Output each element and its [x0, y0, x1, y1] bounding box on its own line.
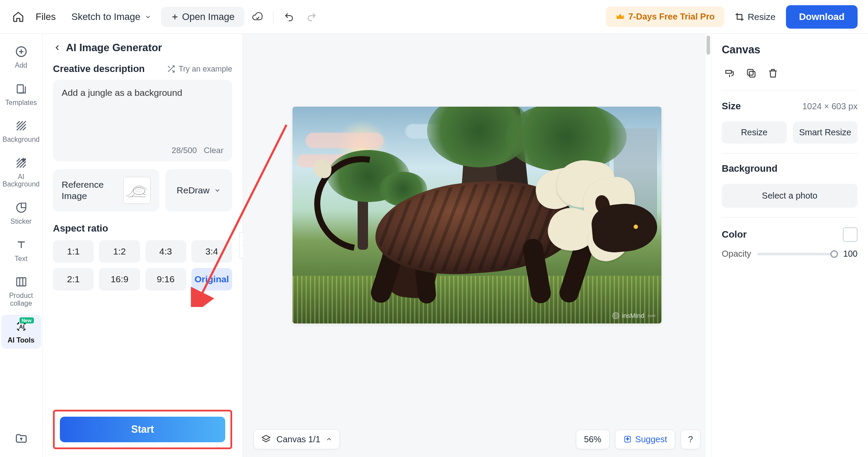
rail-add-label: Add [15, 62, 27, 69]
svg-rect-8 [750, 72, 755, 77]
reference-image-label: Reference Image [62, 179, 117, 202]
mode-label: Sketch to Image [71, 11, 140, 23]
copy-tool-button[interactable] [743, 65, 759, 81]
sticker-icon [15, 202, 27, 214]
generated-image[interactable]: insMind .com [293, 107, 661, 323]
rail-upload[interactable] [1, 427, 41, 457]
trash-icon [767, 68, 779, 79]
size-value: 1024 × 603 px [802, 101, 858, 111]
smart-resize-button[interactable]: Smart Resize [793, 121, 858, 144]
chevron-up-icon [326, 436, 332, 443]
trial-label: 7-Days Free Trial Pro [628, 12, 715, 22]
panel-title: AI Image Generator [66, 42, 162, 54]
aspect-4-3[interactable]: 4:3 [145, 240, 186, 263]
try-example-button[interactable]: Try an example [167, 65, 232, 74]
redraw-label: ReDraw [177, 185, 210, 196]
creature-illustration [323, 147, 635, 304]
rail-background-label: Background [3, 136, 39, 144]
sidebar-rail: Add Templates Background AI Background S… [0, 34, 43, 457]
opacity-slider[interactable] [757, 253, 834, 255]
rail-collage-label: Product collage [1, 292, 41, 307]
rail-templates-label: Templates [5, 99, 37, 107]
resize-label-top: Resize [748, 12, 776, 22]
rail-text[interactable]: Text [1, 233, 41, 267]
color-heading: Color [722, 229, 746, 240]
redraw-dropdown[interactable]: ReDraw [165, 169, 232, 212]
text-icon [15, 239, 27, 251]
char-count: 28/500 [171, 146, 197, 155]
aspect-1-1[interactable]: 1:1 [53, 240, 94, 263]
rail-ai-bg-label: AI Background [1, 173, 41, 188]
rail-background[interactable]: Background [1, 114, 41, 148]
opacity-label: Opacity [722, 249, 751, 259]
canvas-area[interactable]: insMind .com Canvas 1/1 56% [243, 34, 711, 457]
rail-ai-background[interactable]: AI Background [1, 151, 41, 193]
aspect-9-16[interactable]: 9:16 [145, 268, 186, 291]
aspect-2-1[interactable]: 2:1 [53, 268, 94, 291]
panel-back-button[interactable] [53, 43, 62, 52]
style-tool-button[interactable] [722, 65, 737, 81]
cloud-sync-button[interactable] [248, 7, 267, 26]
canvas-layers-chip[interactable]: Canvas 1/1 [253, 429, 340, 449]
hatch-icon [15, 120, 27, 132]
rail-collage[interactable]: Product collage [1, 270, 41, 311]
rail-ai-tools[interactable]: AI New AI Tools [1, 315, 41, 349]
copy-icon [746, 68, 757, 79]
rail-templates[interactable]: Templates [1, 77, 41, 111]
rail-add[interactable]: Add [1, 40, 41, 74]
svg-rect-2 [16, 278, 26, 286]
aspect-3-4[interactable]: 3:4 [191, 240, 232, 263]
select-photo-button[interactable]: Select a photo [722, 184, 858, 208]
background-heading: Background [722, 163, 858, 174]
crown-icon [615, 12, 625, 22]
aspect-16-9[interactable]: 16:9 [99, 268, 140, 291]
try-example-label: Try an example [179, 65, 232, 74]
delete-tool-button[interactable] [765, 65, 781, 81]
layers-icon [261, 434, 271, 444]
watermark-logo-icon [612, 312, 619, 319]
prompt-box: 28/500 Clear [53, 80, 232, 161]
canvas-layers-label: Canvas 1/1 [276, 434, 320, 444]
open-image-button[interactable]: Open Image [161, 7, 244, 27]
suggest-label: Suggest [635, 434, 667, 444]
chevron-down-icon [145, 13, 151, 20]
reference-thumbnail [123, 177, 151, 204]
files-menu[interactable]: Files [30, 8, 62, 26]
color-swatch[interactable] [843, 227, 858, 242]
rail-ai-tools-label: AI Tools [8, 336, 35, 344]
home-icon [12, 11, 24, 23]
clear-button[interactable]: Clear [204, 146, 224, 155]
suggest-button[interactable]: Suggest [615, 430, 675, 449]
redo-button[interactable] [302, 7, 321, 26]
chevron-down-icon [214, 187, 221, 194]
watermark-text: insMind [622, 312, 644, 319]
resize-button[interactable]: Resize [722, 121, 787, 144]
trial-button[interactable]: 7-Days Free Trial Pro [606, 7, 724, 27]
svg-rect-4 [124, 180, 150, 200]
svg-rect-9 [747, 69, 753, 75]
open-image-label: Open Image [182, 11, 234, 23]
separator [273, 11, 273, 23]
reference-image-box[interactable]: Reference Image [53, 169, 159, 212]
new-badge: New [20, 317, 34, 323]
download-button[interactable]: Download [786, 5, 858, 29]
home-button[interactable] [10, 9, 26, 25]
aspect-original[interactable]: Original [191, 268, 232, 291]
vertical-scrollbar[interactable] [706, 34, 711, 457]
top-bar: Files Sketch to Image Open Image 7-Days … [0, 0, 868, 34]
redo-icon [306, 12, 317, 22]
mode-dropdown[interactable]: Sketch to Image [65, 8, 158, 26]
resize-button-top[interactable]: Resize [728, 7, 783, 26]
undo-button[interactable] [279, 7, 299, 26]
aspect-ratio-title: Aspect ratio [53, 223, 232, 234]
rail-text-label: Text [15, 255, 27, 263]
rail-sticker[interactable]: Sticker [1, 196, 41, 230]
zoom-level[interactable]: 56% [576, 430, 610, 449]
start-button[interactable]: Start [60, 417, 225, 442]
help-button[interactable]: ? [681, 430, 700, 449]
opacity-value: 100 [840, 249, 858, 259]
chevron-left-icon [53, 43, 62, 52]
canvas-bottom-bar: Canvas 1/1 56% Suggest ? [253, 429, 700, 449]
aspect-1-2[interactable]: 1:2 [99, 240, 140, 263]
prompt-input[interactable] [62, 88, 224, 144]
